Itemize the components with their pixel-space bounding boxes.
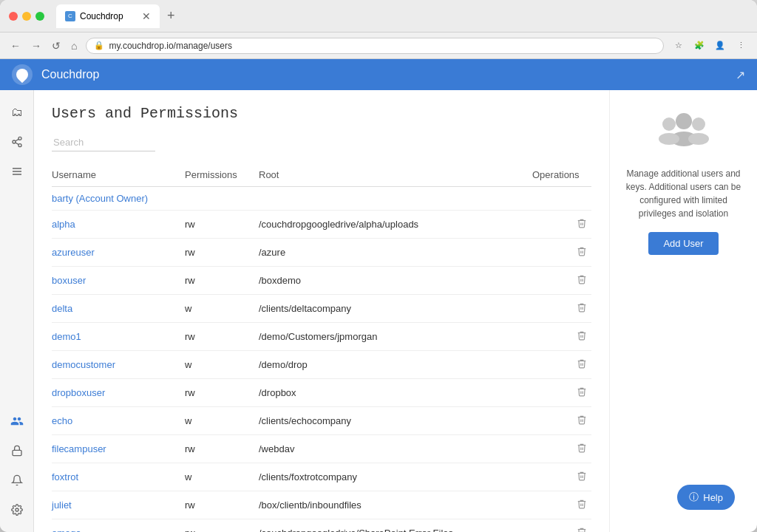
cell-operations-alpha (532, 211, 591, 239)
cell-username-omega[interactable]: omega (52, 519, 185, 533)
delete-button-dropboxuser[interactable] (572, 385, 591, 400)
right-panel: Manage additional users and keys. Additi… (609, 90, 757, 532)
delete-button-echo[interactable] (572, 413, 591, 429)
menu-icon[interactable]: ⋮ (733, 38, 748, 53)
url-text: my.couchdrop.io/manage/users (109, 41, 232, 51)
home-button[interactable]: ⌂ (69, 38, 78, 53)
table-row: dropboxuser rw /dropbox (52, 379, 591, 407)
page-title: Users and Permissions (52, 105, 591, 122)
cell-permissions-echo: w (185, 407, 259, 435)
delete-button-juliet[interactable] (572, 497, 591, 513)
app-header-action[interactable]: ↗ (736, 68, 745, 82)
delete-button-boxuser[interactable] (572, 273, 591, 288)
browser-tab[interactable]: C Couchdrop ✕ (56, 4, 160, 28)
cell-username-echo[interactable]: echo (52, 407, 185, 435)
sidebar-item-folder[interactable]: 🗂 (4, 99, 30, 126)
users-group-icon (657, 105, 710, 155)
table-row: delta w /clients/deltacompany (52, 295, 591, 323)
svg-point-15 (688, 133, 709, 145)
delete-button-azureuser[interactable] (572, 245, 591, 260)
cell-root-democustomer: /demo/drop (259, 351, 532, 379)
help-button[interactable]: ⓘ Help (677, 485, 735, 510)
cell-permissions-juliet: rw (185, 491, 259, 519)
sidebar-item-list[interactable] (4, 158, 30, 185)
cell-username-boxuser[interactable]: boxuser (52, 267, 185, 295)
table-row: boxuser rw /boxdemo (52, 267, 591, 295)
cell-permissions-filecampuser: rw (185, 435, 259, 463)
delete-button-delta[interactable] (572, 301, 591, 316)
table-row-owner: barty (Account Owner) (52, 187, 591, 211)
cell-operations-democustomer (532, 351, 591, 379)
table-row: demo1 rw /demo/Customers/jpmorgan (52, 323, 591, 351)
delete-button-foxtrot[interactable] (572, 469, 591, 485)
reload-button[interactable]: ↺ (50, 38, 62, 53)
owner-username[interactable]: barty (Account Owner) (52, 187, 591, 211)
tab-close-button[interactable]: ✕ (142, 11, 151, 21)
address-box[interactable]: 🔒 my.couchdrop.io/manage/users (86, 38, 664, 54)
sidebar-item-bell[interactable] (4, 467, 30, 494)
cell-username-azureuser[interactable]: azureuser (52, 239, 185, 267)
sidebar-item-share[interactable] (4, 129, 30, 155)
browser-actions: ☆ 🧩 👤 ⋮ (671, 38, 748, 53)
table-row: omega rw /couchdropgoogledrive/SharePoin… (52, 519, 591, 533)
extensions-icon[interactable]: 🧩 (692, 38, 707, 53)
cell-operations-azureuser (532, 239, 591, 267)
profile-icon[interactable]: 👤 (713, 38, 727, 53)
cell-username-alpha[interactable]: alpha (52, 211, 185, 239)
help-circle-icon: ⓘ (689, 491, 699, 504)
new-tab-button[interactable]: + (163, 7, 180, 25)
cell-username-juliet[interactable]: juliet (52, 491, 185, 519)
sidebar-item-users[interactable] (4, 408, 30, 434)
svg-line-3 (15, 143, 18, 145)
table-row: democustomer w /demo/drop (52, 351, 591, 379)
col-header-operations: Operations (532, 163, 591, 187)
delete-button-omega[interactable] (572, 525, 591, 532)
cell-permissions-demo1: rw (185, 323, 259, 351)
cell-operations-juliet (532, 491, 591, 519)
tab-bar: C Couchdrop ✕ + (56, 4, 748, 28)
tab-title: Couchdrop (80, 11, 123, 21)
close-button[interactable] (9, 12, 18, 21)
cell-operations-echo (532, 407, 591, 435)
cell-root-echo: /clients/echocompany (259, 407, 532, 435)
svg-point-0 (18, 137, 21, 140)
cell-username-delta[interactable]: delta (52, 295, 185, 323)
cell-username-democustomer[interactable]: democustomer (52, 351, 185, 379)
add-user-button[interactable]: Add User (648, 232, 718, 255)
search-input[interactable] (52, 134, 155, 151)
back-button[interactable]: ← (9, 38, 22, 53)
app-logo (12, 64, 33, 85)
maximize-button[interactable] (35, 12, 44, 21)
svg-point-14 (692, 117, 705, 131)
cell-username-dropboxuser[interactable]: dropboxuser (52, 379, 185, 407)
minimize-button[interactable] (22, 12, 31, 21)
cell-permissions-democustomer: w (185, 351, 259, 379)
cell-operations-boxuser (532, 267, 591, 295)
help-label: Help (703, 492, 723, 503)
bookmark-icon[interactable]: ☆ (671, 38, 686, 53)
logo-drop-icon (14, 66, 31, 83)
cell-operations-delta (532, 295, 591, 323)
cell-operations-dropboxuser (532, 379, 591, 407)
cell-permissions-azureuser: rw (185, 239, 259, 267)
delete-button-filecampuser[interactable] (572, 441, 591, 457)
sidebar-item-lock[interactable] (4, 437, 30, 464)
forward-button[interactable]: → (30, 38, 43, 53)
cell-root-demo1: /demo/Customers/jpmorgan (259, 323, 532, 351)
cell-username-foxtrot[interactable]: foxtrot (52, 463, 185, 491)
svg-point-1 (13, 140, 16, 143)
delete-button-democustomer[interactable] (572, 357, 591, 372)
cell-username-filecampuser[interactable]: filecampuser (52, 435, 185, 463)
cell-root-boxuser: /boxdemo (259, 267, 532, 295)
col-header-username: Username (52, 163, 185, 187)
cell-permissions-delta: w (185, 295, 259, 323)
app-title: Couchdrop (41, 68, 99, 81)
table-row: echo w /clients/echocompany (52, 407, 591, 435)
sidebar-item-gear[interactable] (4, 497, 30, 523)
cell-username-demo1[interactable]: demo1 (52, 323, 185, 351)
right-panel-description: Manage additional users and keys. Additi… (622, 167, 745, 220)
delete-button-alpha[interactable] (572, 216, 591, 232)
delete-button-demo1[interactable] (572, 329, 591, 344)
address-bar: ← → ↺ ⌂ 🔒 my.couchdrop.io/manage/users ☆… (0, 33, 757, 59)
cell-permissions-boxuser: rw (185, 267, 259, 295)
